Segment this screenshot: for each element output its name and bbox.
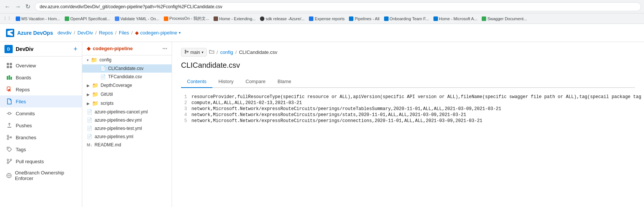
scripts-chevron-icon: ▶ — [87, 101, 90, 106]
bookmark-10[interactable]: Home - Microsoft A... — [433, 16, 478, 21]
sidebar-item-onebranch[interactable]: OneBranch Ownership Enforcer — [0, 167, 82, 184]
svg-point-18 — [7, 162, 9, 164]
sidebar-item-branches[interactable]: Branches — [0, 131, 82, 143]
tags-icon — [6, 146, 13, 153]
sidebar-item-pullrequests[interactable]: Pull requests — [0, 155, 82, 167]
tab-contents[interactable]: Contents — [181, 76, 212, 88]
browser-chrome: ← → ↻ — [0, 0, 644, 13]
address-bar[interactable] — [35, 2, 641, 11]
svg-point-13 — [7, 135, 9, 137]
svg-rect-4 — [7, 66, 9, 68]
bookmark-1[interactable]: MS Vacation - Hom... — [16, 16, 60, 21]
bookmark-3[interactable]: Validate YAML - On... — [115, 16, 159, 21]
clicsv-label: CLICandidate.csv — [108, 66, 144, 71]
sidebar-item-pushes[interactable]: Pushes — [0, 119, 82, 131]
sidebar-label-overview: Overview — [16, 63, 36, 69]
tree-item-pipelines-dev[interactable]: 📄 azure-pipelines-dev.yml — [82, 116, 172, 124]
tree-item-tfcandidatecsv[interactable]: 📄 TFCandidate.csv — [82, 73, 172, 81]
config-label: config — [99, 57, 111, 63]
repos-icon — [6, 86, 13, 93]
bookmarks-bar: ⋮⋮ MS Vacation - Hom... OpenAPI Specific… — [0, 13, 644, 24]
code-content: 1 resourceProvider,fullResourceType(spec… — [181, 94, 635, 124]
bookmark-7[interactable]: Expense reports — [309, 16, 344, 21]
line-text-4: network,Microsoft.Network/expressRouteCi… — [191, 112, 466, 118]
sidebar: D DevDiv + Overview Boar — [0, 42, 82, 207]
pipelines-test-file-icon: 📄 — [87, 126, 92, 131]
sidebar-item-boards[interactable]: Boards — [0, 71, 82, 83]
sidebar-item-overview[interactable]: Overview — [0, 60, 82, 71]
sidebar-item-tags[interactable]: Tags — [0, 143, 82, 155]
breadcrumb-files[interactable]: Files — [119, 30, 129, 36]
tree-item-gitutil[interactable]: ▶ 📁 GitUtil — [82, 90, 172, 99]
sidebar-label-commits: Commits — [16, 111, 35, 116]
readme-file-icon: M↓ — [87, 143, 92, 147]
tree-item-pipelines-test[interactable]: 📄 azure-pipelines-test.yml — [82, 124, 172, 133]
tab-blame[interactable]: Blame — [272, 76, 297, 88]
branch-selector[interactable]: main ▾ — [181, 48, 207, 57]
svg-point-22 — [185, 52, 186, 54]
svg-rect-7 — [9, 75, 10, 80]
refresh-button[interactable]: ↻ — [24, 2, 32, 11]
svg-point-10 — [8, 112, 10, 115]
sidebar-item-repos[interactable]: Repos — [0, 83, 82, 95]
bookmark-11[interactable]: Swagger Document... — [482, 16, 527, 21]
sidebar-add-button[interactable]: + — [73, 45, 77, 53]
tree-item-config[interactable]: ▾ 📁 config — [82, 55, 172, 64]
breadcrumb-project[interactable]: DevDiv — [77, 30, 93, 36]
line-text-2: compute,ALL,ALL,ALL,2021-02-13,2021-03-2… — [191, 100, 302, 106]
sidebar-label-tags: Tags — [16, 147, 26, 152]
breadcrumb-dropdown-icon: ▾ — [179, 31, 181, 35]
back-button[interactable]: ← — [3, 2, 12, 11]
bookmark-4[interactable]: ProcessOn - 我的文... — [164, 16, 209, 21]
line-text-5: network,Microsoft.Network/expressRouteCi… — [191, 118, 482, 124]
gitutil-chevron-icon: ▶ — [87, 92, 90, 97]
svg-rect-2 — [7, 63, 9, 65]
code-line-3: 3 network,Microsoft.Network/expressRoute… — [181, 106, 635, 112]
bookmark-8[interactable]: Pipelines - All — [349, 16, 379, 21]
tree-item-scripts[interactable]: ▶ 📁 scripts — [82, 99, 172, 108]
svg-rect-3 — [10, 63, 12, 65]
sidebar-org-name: D DevDiv — [4, 45, 33, 53]
app-wrapper: Azure DevOps devdiv / DevDiv / Repos / F… — [0, 24, 644, 207]
code-line-4: 4 network,Microsoft.Network/expressRoute… — [181, 112, 635, 118]
bookmark-9[interactable]: Onboarding Team F... — [384, 16, 429, 21]
commits-icon — [6, 110, 13, 117]
tree-item-pipelines-cancel[interactable]: 📄 azure-pipelines-cancel.yml — [82, 108, 172, 116]
sidebar-item-files[interactable]: Files — [0, 95, 82, 107]
content-area: ◆ codegen-pipeline ⋯ ▾ 📁 config 📄 CLICan… — [82, 42, 644, 207]
boards-icon — [6, 74, 13, 81]
pipelines-test-label: azure-pipelines-test.yml — [95, 126, 142, 131]
line-number-2: 2 — [181, 100, 187, 106]
path-config[interactable]: config — [220, 49, 233, 55]
pipelines-cancel-label: azure-pipelines-cancel.yml — [95, 109, 148, 115]
tree-item-clicandidatecsv[interactable]: 📄 CLICandidate.csv — [82, 64, 172, 73]
tab-history[interactable]: History — [212, 76, 239, 88]
forward-button[interactable]: → — [13, 2, 22, 11]
sidebar-label-onebranch: OneBranch Ownership Enforcer — [15, 170, 76, 181]
tree-item-depthcoverage[interactable]: ▶ 📁 DepthCoverage — [82, 81, 172, 90]
bookmark-6[interactable]: sdk release -Azure/... — [260, 16, 304, 21]
app-name: Azure DevOps — [17, 30, 53, 36]
sidebar-item-commits[interactable]: Commits — [0, 107, 82, 119]
code-line-1: 1 resourceProvider,fullResourceType(spec… — [181, 94, 635, 100]
tree-item-pipelines[interactable]: 📄 azure-pipelines.yml — [82, 133, 172, 141]
org-name-label: DevDiv — [16, 46, 33, 52]
scripts-folder-icon: 📁 — [92, 100, 98, 106]
code-line-5: 5 network,Microsoft.Network/expressRoute… — [181, 118, 635, 124]
top-app-bar: Azure DevOps devdiv / DevDiv / Repos / F… — [0, 24, 644, 42]
tab-compare[interactable]: Compare — [240, 76, 272, 88]
file-tree-panel: ◆ codegen-pipeline ⋯ ▾ 📁 config 📄 CLICan… — [82, 42, 172, 207]
tree-more-icon[interactable]: ⋯ — [162, 46, 167, 51]
breadcrumb-org[interactable]: devdiv — [58, 30, 72, 36]
bookmark-apps[interactable]: ⋮⋮ — [3, 16, 11, 21]
sidebar-label-files: Files — [16, 99, 26, 104]
line-number-3: 3 — [181, 106, 187, 112]
bookmark-2[interactable]: OpenAPI Specificati... — [65, 16, 110, 21]
code-line-2: 2 compute,ALL,ALL,ALL,2021-02-13,2021-03… — [181, 100, 635, 106]
sidebar-label-pushes: Pushes — [16, 123, 32, 128]
breadcrumb-repo-selector[interactable]: ◆ codegen-pipeline ▾ — [135, 30, 181, 36]
tree-item-readme[interactable]: M↓ README.md — [82, 141, 172, 149]
bookmark-5[interactable]: Home - Extending... — [214, 16, 255, 21]
file-tabs: Contents History Compare Blame — [181, 76, 635, 88]
breadcrumb-repos[interactable]: Repos — [99, 30, 113, 36]
